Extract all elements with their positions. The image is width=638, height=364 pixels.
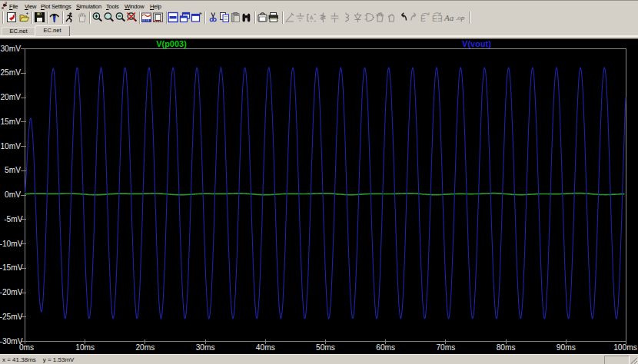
svg-text:10mV: 10mV: [0, 142, 21, 151]
svg-text:Aa: Aa: [444, 13, 454, 22]
svg-text:5mV: 5mV: [5, 166, 21, 174]
svg-text:.op: .op: [456, 14, 465, 22]
svg-text:30ms: 30ms: [196, 343, 215, 352]
svg-text:20ms: 20ms: [135, 343, 155, 352]
svg-text:10ms: 10ms: [75, 343, 95, 352]
svg-text:100ms: 100ms: [613, 343, 637, 352]
svg-text:40ms: 40ms: [256, 343, 275, 352]
svg-text:50ms: 50ms: [316, 343, 335, 352]
svg-text:90ms: 90ms: [557, 343, 576, 352]
svg-text:0ms: 0ms: [19, 343, 34, 352]
svg-text:E: E: [432, 15, 437, 23]
svg-text:V(p003): V(p003): [156, 39, 187, 48]
svg-text:60ms: 60ms: [376, 343, 395, 352]
svg-text:E: E: [420, 15, 426, 23]
svg-text:-20mV: -20mV: [0, 288, 23, 296]
svg-text:25mV: 25mV: [0, 68, 21, 77]
svg-text:20mV: 20mV: [0, 93, 21, 101]
svg-text:70ms: 70ms: [436, 343, 455, 352]
svg-text:V(vout): V(vout): [462, 39, 491, 48]
svg-text:30mV: 30mV: [0, 45, 21, 53]
svg-text:Ǝ: Ǝ: [437, 15, 443, 23]
svg-text:-25mV: -25mV: [0, 313, 23, 321]
svg-text:15mV: 15mV: [0, 117, 21, 126]
svg-text:0mV: 0mV: [5, 190, 21, 199]
svg-text:-15mV: -15mV: [0, 263, 23, 272]
svg-text:-5mV: -5mV: [4, 215, 23, 223]
svg-text:-10mV: -10mV: [0, 240, 23, 248]
svg-text:80ms: 80ms: [497, 343, 516, 352]
